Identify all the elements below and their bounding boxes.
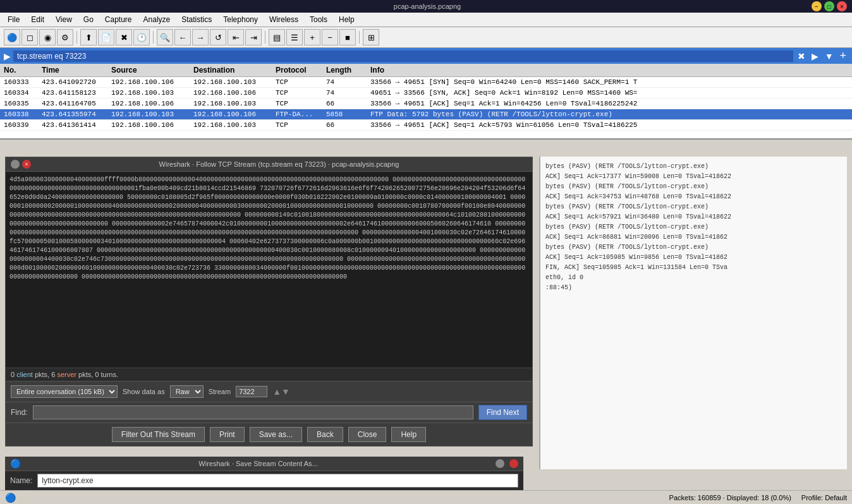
filter-add-button[interactable]: +	[837, 49, 848, 63]
close-button[interactable]: ×	[837, 1, 847, 11]
cell-info: 33566 → 49651 [ACK] Seq=1 Ack=1 Win=6425…	[369, 99, 849, 108]
cell-proto: TCP	[274, 78, 325, 87]
toolbar-btn-2[interactable]: ◻	[21, 29, 38, 45]
filter-input[interactable]	[13, 51, 793, 62]
right-panel-line: FIN, ACK] Seq=105985 Ack=1 Win=131584 Le…	[545, 263, 842, 273]
stream-number-input[interactable]	[236, 386, 267, 397]
toolbar-minus[interactable]: −	[322, 29, 338, 45]
stream-spinner[interactable]: ▲▼	[272, 387, 290, 397]
toolbar-forward[interactable]: →	[192, 29, 209, 45]
cell-length: 5858	[325, 110, 369, 119]
find-next-button[interactable]: Find Next	[478, 405, 527, 420]
cell-dest: 192.168.100.103	[192, 121, 274, 129]
turns-text: pkts, 0 turns.	[78, 371, 118, 378]
tcp-buttons-row: Filter Out This Stream Print Save as... …	[6, 423, 532, 446]
back-button[interactable]: Back	[307, 427, 343, 442]
right-panel-line: bytes (PASV) (RETR /TOOLS/lytton-crypt.e…	[545, 243, 842, 253]
cell-no: 160333	[3, 78, 40, 87]
col-no: No.	[3, 65, 40, 75]
cell-time: 423.641164705	[40, 99, 110, 108]
cell-source: 192.168.100.106	[110, 99, 192, 108]
toolbar-refresh[interactable]: ↺	[210, 29, 226, 45]
toolbar-lines[interactable]: ☰	[286, 29, 303, 45]
menu-telephony[interactable]: Telephony	[218, 14, 263, 25]
menu-wireless[interactable]: Wireless	[264, 14, 303, 25]
table-row[interactable]: 160334 423.641158123 192.168.100.103 192…	[0, 88, 852, 99]
maximize-button[interactable]: □	[824, 1, 834, 11]
filter-arrow-down-button[interactable]: ▼	[823, 51, 836, 61]
print-button[interactable]: Print	[210, 427, 245, 442]
cell-length: 74	[325, 88, 369, 97]
tcp-dialog-controls: ×	[11, 160, 31, 169]
spacer1: pkts,	[35, 371, 51, 378]
cell-source: 192.168.100.106	[110, 78, 192, 87]
close-button-dialog[interactable]: Close	[348, 427, 387, 442]
toolbar-nav1[interactable]: ⇤	[228, 29, 244, 45]
bottom-section: 🔵 Wireshark · Save Stream Content As... …	[5, 457, 523, 490]
save-as-button[interactable]: Save as...	[250, 427, 302, 442]
cell-proto: FTP-DA...	[274, 110, 325, 119]
toolbar-btn-7[interactable]: ✖	[116, 29, 132, 45]
cell-info: FTP Data: 5792 bytes (PASV) (RETR /TOOLS…	[369, 110, 849, 119]
save-min-btn[interactable]	[496, 459, 504, 468]
profile-info: Profile: Default	[801, 494, 847, 501]
toolbar: 🔵 ◻ ◉ ⚙ ⬆ 📄 ✖ 🕐 🔍 ← → ↺ ⇤ ⇥ ▤ ☰ + − ■ ⊞	[0, 27, 852, 48]
table-row[interactable]: 160338 423.641355974 192.168.100.103 192…	[0, 109, 852, 120]
toolbar-btn-1[interactable]: 🔵	[4, 29, 20, 45]
right-panel-line: bytes (PASV) (RETR /TOOLS/lytton-crypt.e…	[545, 162, 842, 172]
toolbar-btn-6[interactable]: 📄	[98, 29, 114, 45]
right-panel-info: bytes (PASV) (RETR /TOOLS/lytton-crypt.e…	[543, 159, 844, 296]
save-as-dialog-label: Wireshark · Save Stream Content As...	[26, 460, 490, 467]
help-button[interactable]: Help	[391, 427, 426, 442]
menu-capture[interactable]: Capture	[100, 14, 137, 25]
filter-clear-button[interactable]: ✖	[796, 51, 807, 61]
conversation-select[interactable]: Entire conversation (105 kB)	[11, 385, 118, 398]
menu-analyze[interactable]: Analyze	[138, 14, 176, 25]
find-input[interactable]	[33, 405, 473, 419]
menu-file[interactable]: File	[3, 14, 25, 25]
save-close-btn[interactable]	[509, 459, 518, 468]
tcp-close-button[interactable]: ×	[22, 160, 31, 169]
toolbar-nav2[interactable]: ⇥	[245, 29, 262, 45]
tcp-stream-content[interactable]: 4d5a900003000000040000000ffff0000b800000…	[6, 172, 532, 368]
toolbar-plus[interactable]: +	[304, 29, 320, 45]
status-right: Packets: 160859 · Displayed: 18 (0.0%) P…	[669, 494, 847, 501]
cell-dest: 192.168.100.106	[192, 88, 274, 97]
toolbar-back[interactable]: ←	[174, 29, 191, 45]
tcp-minimize-button[interactable]	[11, 160, 20, 169]
menu-view[interactable]: View	[51, 14, 77, 25]
table-row[interactable]: 160339 423.641361414 192.168.100.106 192…	[0, 120, 852, 131]
toolbar-btn-5[interactable]: ⬆	[80, 29, 97, 45]
toolbar-btn-3[interactable]: ◉	[39, 29, 56, 45]
server-label: server	[57, 371, 76, 378]
toolbar-list[interactable]: ▤	[269, 29, 285, 45]
client-pkts: 0 client	[11, 371, 35, 378]
status-bar: 🔵 Packets: 160859 · Displayed: 18 (0.0%)…	[0, 490, 852, 504]
menu-go[interactable]: Go	[78, 14, 99, 25]
menu-help[interactable]: Help	[334, 14, 360, 25]
col-dest: Destination	[192, 65, 274, 75]
packet-list: No. Time Source Destination Protocol Len…	[0, 64, 852, 140]
menu-edit[interactable]: Edit	[26, 14, 49, 25]
cell-proto: TCP	[274, 121, 325, 129]
show-data-select[interactable]: Raw	[170, 385, 204, 398]
toolbar-grid[interactable]: ⊞	[363, 29, 379, 45]
cell-proto: TCP	[274, 99, 325, 108]
toolbar-btn-4[interactable]: ⚙	[57, 29, 73, 45]
filter-arrow-button[interactable]: ▶	[810, 51, 820, 61]
filter-out-stream-button[interactable]: Filter Out This Stream	[112, 427, 205, 442]
toolbar-btn-8[interactable]: 🕐	[133, 29, 150, 45]
name-input[interactable]	[37, 474, 518, 488]
menu-tools[interactable]: Tools	[305, 14, 332, 25]
cell-source: 192.168.100.103	[110, 110, 192, 119]
toolbar-stop[interactable]: ■	[339, 29, 356, 45]
tcp-dialog-title-bar: × Wireshark · Follow TCP Stream (tcp.str…	[6, 157, 532, 172]
menu-bar: File Edit View Go Capture Analyze Statis…	[0, 13, 852, 27]
table-row[interactable]: 160333 423.641092720 192.168.100.106 192…	[0, 77, 852, 88]
menu-statistics[interactable]: Statistics	[176, 14, 217, 25]
find-label: Find:	[11, 408, 28, 417]
toolbar-search[interactable]: 🔍	[157, 29, 173, 45]
minimize-button[interactable]: −	[812, 1, 822, 11]
table-row[interactable]: 160335 423.641164705 192.168.100.106 192…	[0, 99, 852, 109]
filter-bar: ▶ ✖ ▶ ▼ +	[0, 48, 852, 64]
